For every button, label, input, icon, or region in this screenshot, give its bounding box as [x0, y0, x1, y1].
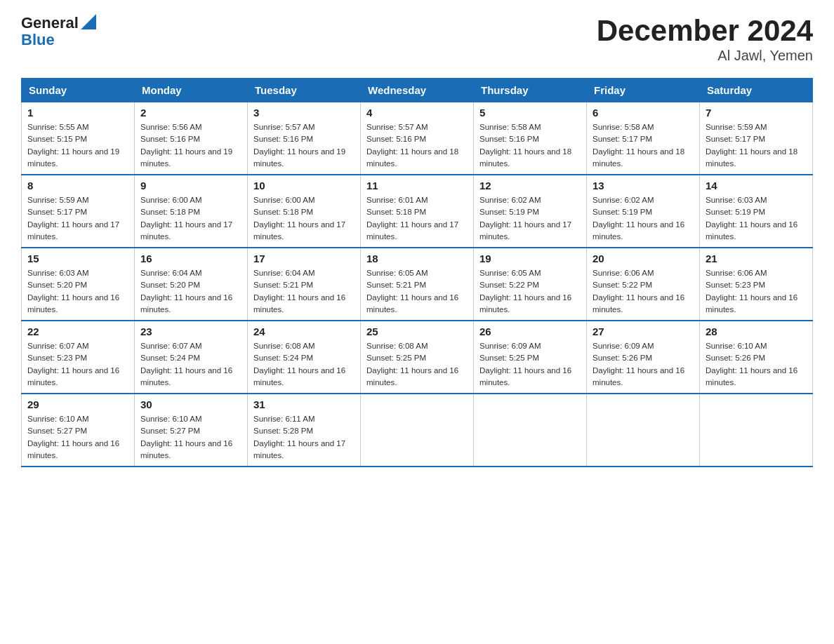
calendar-table: Sunday Monday Tuesday Wednesday Thursday… [21, 78, 813, 467]
table-row: 29 Sunrise: 6:10 AMSunset: 5:27 PMDaylig… [22, 394, 135, 467]
table-row: 16 Sunrise: 6:04 AMSunset: 5:20 PMDaylig… [135, 248, 248, 321]
page-header: General Blue December 2024 Al Jawl, Yeme… [21, 14, 813, 64]
day-info: Sunrise: 6:00 AMSunset: 5:18 PMDaylight:… [253, 196, 345, 241]
day-info: Sunrise: 5:56 AMSunset: 5:16 PMDaylight:… [140, 123, 232, 168]
day-number: 24 [253, 326, 355, 337]
day-number: 23 [140, 326, 241, 337]
day-number: 31 [253, 398, 355, 410]
day-info: Sunrise: 6:06 AMSunset: 5:22 PMDaylight:… [593, 269, 684, 314]
day-info: Sunrise: 6:05 AMSunset: 5:22 PMDaylight:… [479, 269, 571, 314]
day-number: 8 [27, 180, 128, 192]
logo-triangle-icon [81, 14, 96, 29]
table-row: 4 Sunrise: 5:57 AMSunset: 5:16 PMDayligh… [361, 102, 474, 175]
day-number: 14 [706, 180, 807, 192]
day-info: Sunrise: 6:11 AMSunset: 5:28 PMDaylight:… [253, 415, 345, 459]
day-info: Sunrise: 6:08 AMSunset: 5:25 PMDaylight:… [366, 342, 458, 387]
day-info: Sunrise: 6:04 AMSunset: 5:21 PMDaylight:… [253, 269, 345, 314]
table-row: 11 Sunrise: 6:01 AMSunset: 5:18 PMDaylig… [361, 175, 474, 248]
day-info: Sunrise: 5:58 AMSunset: 5:16 PMDaylight:… [479, 123, 571, 168]
table-row [361, 394, 474, 467]
day-number: 12 [479, 180, 581, 192]
day-info: Sunrise: 6:00 AMSunset: 5:18 PMDaylight:… [140, 196, 232, 241]
day-info: Sunrise: 6:10 AMSunset: 5:27 PMDaylight:… [140, 415, 232, 459]
table-row: 21 Sunrise: 6:06 AMSunset: 5:23 PMDaylig… [700, 248, 813, 321]
col-tuesday: Tuesday [248, 79, 361, 102]
table-row: 1 Sunrise: 5:55 AMSunset: 5:15 PMDayligh… [22, 102, 135, 175]
table-row: 13 Sunrise: 6:02 AMSunset: 5:19 PMDaylig… [587, 175, 700, 248]
col-thursday: Thursday [474, 79, 587, 102]
table-row: 10 Sunrise: 6:00 AMSunset: 5:18 PMDaylig… [248, 175, 361, 248]
table-row: 26 Sunrise: 6:09 AMSunset: 5:25 PMDaylig… [474, 321, 587, 394]
day-number: 20 [593, 253, 694, 264]
table-row: 24 Sunrise: 6:08 AMSunset: 5:24 PMDaylig… [248, 321, 361, 394]
day-number: 7 [706, 107, 807, 119]
table-row [700, 394, 813, 467]
logo-blue-text: Blue [21, 31, 55, 49]
day-number: 5 [479, 107, 581, 119]
table-row: 8 Sunrise: 5:59 AMSunset: 5:17 PMDayligh… [22, 175, 135, 248]
day-info: Sunrise: 5:57 AMSunset: 5:16 PMDaylight:… [366, 123, 458, 168]
day-number: 9 [140, 180, 241, 192]
day-info: Sunrise: 6:03 AMSunset: 5:20 PMDaylight:… [27, 269, 119, 314]
table-row: 27 Sunrise: 6:09 AMSunset: 5:26 PMDaylig… [587, 321, 700, 394]
day-info: Sunrise: 6:03 AMSunset: 5:19 PMDaylight:… [706, 196, 797, 241]
table-row: 12 Sunrise: 6:02 AMSunset: 5:19 PMDaylig… [474, 175, 587, 248]
day-number: 25 [366, 326, 468, 337]
table-row: 14 Sunrise: 6:03 AMSunset: 5:19 PMDaylig… [700, 175, 813, 248]
table-row: 9 Sunrise: 6:00 AMSunset: 5:18 PMDayligh… [135, 175, 248, 248]
table-row: 25 Sunrise: 6:08 AMSunset: 5:25 PMDaylig… [361, 321, 474, 394]
day-number: 22 [27, 326, 128, 337]
col-friday: Friday [587, 79, 700, 102]
logo-general-text: General [21, 14, 79, 32]
col-sunday: Sunday [22, 79, 135, 102]
day-number: 11 [366, 180, 468, 192]
calendar-week-row: 8 Sunrise: 5:59 AMSunset: 5:17 PMDayligh… [22, 175, 813, 248]
table-row: 22 Sunrise: 6:07 AMSunset: 5:23 PMDaylig… [22, 321, 135, 394]
svg-marker-0 [81, 14, 96, 29]
day-number: 19 [479, 253, 581, 264]
logo: General Blue [21, 14, 96, 49]
table-row: 15 Sunrise: 6:03 AMSunset: 5:20 PMDaylig… [22, 248, 135, 321]
calendar-header-row: Sunday Monday Tuesday Wednesday Thursday… [22, 79, 813, 102]
day-number: 3 [253, 107, 355, 119]
day-info: Sunrise: 6:09 AMSunset: 5:25 PMDaylight:… [479, 342, 571, 387]
day-info: Sunrise: 6:07 AMSunset: 5:23 PMDaylight:… [27, 342, 119, 387]
day-number: 4 [366, 107, 468, 119]
day-number: 30 [140, 398, 241, 410]
table-row: 20 Sunrise: 6:06 AMSunset: 5:22 PMDaylig… [587, 248, 700, 321]
table-row: 28 Sunrise: 6:10 AMSunset: 5:26 PMDaylig… [700, 321, 813, 394]
table-row: 30 Sunrise: 6:10 AMSunset: 5:27 PMDaylig… [135, 394, 248, 467]
col-wednesday: Wednesday [361, 79, 474, 102]
day-number: 15 [27, 253, 128, 264]
table-row: 31 Sunrise: 6:11 AMSunset: 5:28 PMDaylig… [248, 394, 361, 467]
day-info: Sunrise: 5:58 AMSunset: 5:17 PMDaylight:… [593, 123, 684, 168]
day-info: Sunrise: 6:05 AMSunset: 5:21 PMDaylight:… [366, 269, 458, 314]
calendar-week-row: 15 Sunrise: 6:03 AMSunset: 5:20 PMDaylig… [22, 248, 813, 321]
day-number: 1 [27, 107, 128, 119]
page-title: December 2024 [597, 14, 813, 48]
title-area: December 2024 Al Jawl, Yemen [597, 14, 813, 64]
day-info: Sunrise: 6:04 AMSunset: 5:20 PMDaylight:… [140, 269, 232, 314]
table-row: 7 Sunrise: 5:59 AMSunset: 5:17 PMDayligh… [700, 102, 813, 175]
table-row: 3 Sunrise: 5:57 AMSunset: 5:16 PMDayligh… [248, 102, 361, 175]
page-subtitle: Al Jawl, Yemen [597, 48, 813, 64]
col-monday: Monday [135, 79, 248, 102]
day-number: 26 [479, 326, 581, 337]
table-row [474, 394, 587, 467]
day-info: Sunrise: 5:55 AMSunset: 5:15 PMDaylight:… [27, 123, 119, 168]
day-number: 2 [140, 107, 241, 119]
day-info: Sunrise: 6:08 AMSunset: 5:24 PMDaylight:… [253, 342, 345, 387]
table-row: 5 Sunrise: 5:58 AMSunset: 5:16 PMDayligh… [474, 102, 587, 175]
day-number: 6 [593, 107, 694, 119]
day-info: Sunrise: 6:10 AMSunset: 5:27 PMDaylight:… [27, 415, 119, 459]
table-row: 23 Sunrise: 6:07 AMSunset: 5:24 PMDaylig… [135, 321, 248, 394]
day-info: Sunrise: 6:06 AMSunset: 5:23 PMDaylight:… [706, 269, 797, 314]
day-info: Sunrise: 5:59 AMSunset: 5:17 PMDaylight:… [27, 196, 119, 241]
day-number: 10 [253, 180, 355, 192]
day-number: 16 [140, 253, 241, 264]
col-saturday: Saturday [700, 79, 813, 102]
table-row: 6 Sunrise: 5:58 AMSunset: 5:17 PMDayligh… [587, 102, 700, 175]
table-row: 17 Sunrise: 6:04 AMSunset: 5:21 PMDaylig… [248, 248, 361, 321]
day-info: Sunrise: 6:02 AMSunset: 5:19 PMDaylight:… [479, 196, 571, 241]
calendar-week-row: 22 Sunrise: 6:07 AMSunset: 5:23 PMDaylig… [22, 321, 813, 394]
